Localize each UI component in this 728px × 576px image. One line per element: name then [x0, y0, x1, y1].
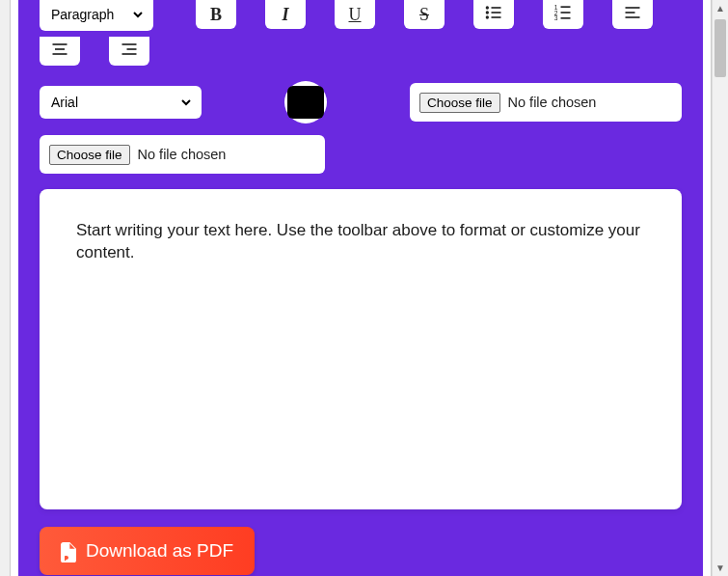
svg-text:3: 3: [554, 14, 558, 21]
download-pdf-button[interactable]: Download as PDF: [40, 527, 255, 575]
underline-button[interactable]: U: [335, 0, 375, 29]
text-editor[interactable]: Start writing your text here. Use the to…: [40, 189, 682, 509]
vertical-scrollbar[interactable]: ▲ ▼: [712, 0, 728, 576]
svg-rect-12: [626, 7, 640, 9]
svg-rect-19: [127, 48, 137, 50]
bold-button[interactable]: B: [196, 0, 236, 29]
text-color-swatch[interactable]: [284, 81, 327, 123]
align-left-button[interactable]: [612, 0, 653, 29]
toolbar-row-1: Paragraph B I U S 123: [18, 0, 703, 66]
svg-rect-11: [561, 17, 571, 19]
editor-panel: Paragraph B I U S 123: [18, 0, 703, 576]
svg-point-4: [486, 15, 489, 18]
scroll-up-arrow-icon[interactable]: ▲: [713, 0, 728, 16]
svg-rect-15: [53, 43, 67, 45]
svg-rect-14: [626, 16, 640, 18]
svg-rect-20: [122, 53, 137, 55]
svg-rect-13: [626, 12, 635, 14]
align-right-icon: [120, 40, 139, 64]
color-preview: [287, 86, 324, 119]
svg-rect-17: [53, 53, 67, 55]
strikethrough-button[interactable]: S: [404, 0, 445, 29]
toolbar-row-2: Arial Choose file No file chosen: [18, 81, 703, 123]
align-center-button[interactable]: [40, 37, 80, 66]
align-left-icon: [623, 3, 642, 27]
italic-button[interactable]: I: [265, 0, 306, 29]
choose-file-button-2[interactable]: Choose file: [49, 145, 130, 165]
align-right-button[interactable]: [109, 37, 149, 66]
font-family-select[interactable]: Arial: [40, 86, 202, 119]
svg-rect-3: [492, 12, 501, 14]
numbered-list-icon: 123: [553, 3, 573, 27]
scroll-down-arrow-icon[interactable]: ▼: [713, 560, 728, 576]
svg-rect-7: [561, 6, 571, 8]
svg-point-0: [486, 6, 489, 9]
download-label: Download as PDF: [86, 540, 233, 562]
svg-rect-1: [492, 7, 501, 9]
file-status-2: No file chosen: [138, 147, 227, 162]
numbered-list-button[interactable]: 123: [543, 0, 583, 29]
block-format-select[interactable]: Paragraph: [40, 0, 153, 31]
pdf-file-icon: [61, 542, 76, 560]
svg-rect-16: [55, 48, 65, 50]
align-center-icon: [50, 40, 69, 64]
file-input-2[interactable]: Choose file No file chosen: [40, 135, 325, 174]
file-input-1[interactable]: Choose file No file chosen: [410, 83, 682, 122]
svg-rect-5: [492, 16, 501, 18]
bullet-list-button[interactable]: [473, 0, 514, 29]
svg-rect-18: [122, 43, 137, 45]
file-status-1: No file chosen: [508, 95, 597, 110]
scrollbar-thumb[interactable]: [715, 19, 726, 77]
bullet-list-icon: [484, 3, 503, 27]
svg-point-2: [486, 11, 489, 14]
app-frame: Paragraph B I U S 123: [10, 0, 712, 576]
toolbar-row-3: Choose file No file chosen: [18, 135, 703, 174]
svg-rect-9: [561, 12, 571, 14]
choose-file-button-1[interactable]: Choose file: [419, 93, 500, 113]
editor-placeholder: Start writing your text here. Use the to…: [76, 221, 640, 261]
